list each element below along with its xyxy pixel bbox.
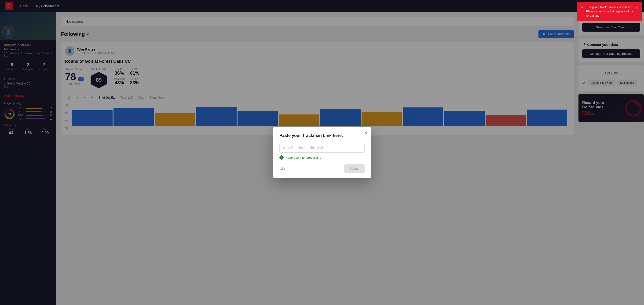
trackman-modal: ✕ Paste your Trackman Link here. ✓ Repor…: [273, 127, 371, 178]
modal-title: Paste your Trackman Link here.: [280, 133, 364, 138]
success-message: ✓ Report sent for processing: [280, 156, 364, 160]
trackman-link-input[interactable]: [280, 143, 364, 152]
toast-message: The given trackman link is invalid. Plea…: [586, 5, 633, 18]
modal-close-x-button[interactable]: ✕: [364, 130, 368, 136]
toast-close-button[interactable]: ✕: [635, 5, 638, 10]
error-icon: ⚠: [580, 6, 584, 10]
success-checkmark-icon: ✓: [280, 156, 284, 160]
modal-close-button[interactable]: Close: [280, 167, 288, 171]
modal-overlay[interactable]: ✕ Paste your Trackman Link here. ✓ Repor…: [0, 0, 644, 305]
error-toast: ⚠ The given trackman link is invalid. Pl…: [576, 2, 642, 21]
modal-submit-button[interactable]: Submit: [344, 164, 364, 173]
success-text: Report sent for processing: [286, 156, 321, 160]
modal-actions: Close Submit: [280, 164, 364, 173]
